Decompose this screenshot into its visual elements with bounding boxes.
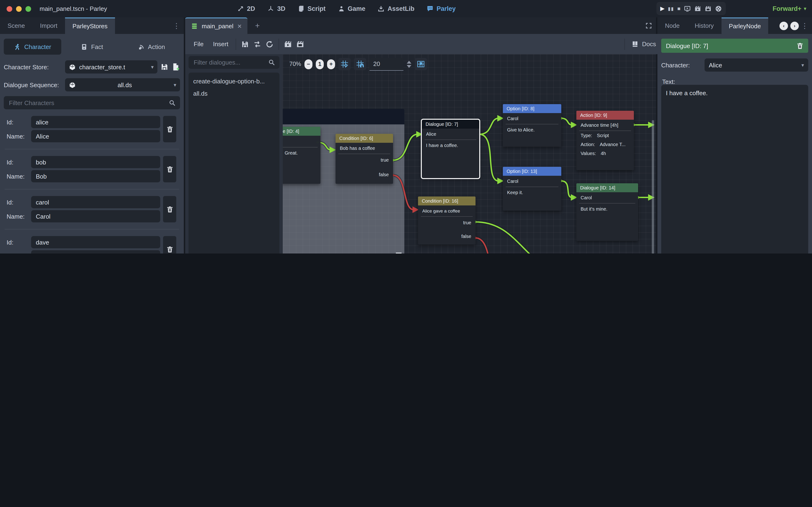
delete-character-button[interactable]	[163, 116, 176, 142]
run-custom-dialogue-icon[interactable]	[294, 38, 307, 50]
close-icon[interactable]: ✕	[237, 23, 242, 30]
store-tab-character[interactable]: Character	[4, 39, 61, 55]
dialogue-graph-canvas[interactable]: Dialogue [ID: 4] Great. Condition [ID: 6…	[283, 54, 656, 253]
character-name-input[interactable]	[35, 132, 156, 140]
node-title[interactable]: Option [ID: 13]	[503, 167, 561, 176]
node-title[interactable]: Dialogue [ID: 14]	[576, 183, 638, 192]
new-tab-button[interactable]: +	[248, 17, 267, 34]
workspace-tab-2d[interactable]: 2D	[237, 5, 255, 12]
character-id-field[interactable]	[31, 196, 160, 208]
character-name-field[interactable]	[31, 130, 160, 142]
graph-node-option-13[interactable]: Option [ID: 13] Carol Keep it.	[503, 167, 561, 211]
renderer-dropdown[interactable]: Forward+▾	[773, 0, 806, 17]
remote-debug-icon[interactable]	[684, 5, 691, 12]
character-name-field[interactable]	[31, 170, 160, 182]
node-title[interactable]: Dialogue [ID: 4]	[283, 127, 320, 136]
minimap-toggle-button[interactable]	[415, 58, 427, 70]
graph-node-dialogue-4[interactable]: Dialogue [ID: 4] Great.	[283, 127, 320, 184]
dialogue-list-item[interactable]: all.ds	[188, 87, 279, 99]
snap-step-field[interactable]: 20	[370, 58, 403, 70]
character-name-input[interactable]	[35, 172, 156, 180]
save-icon[interactable]	[239, 38, 252, 50]
macos-minimize-button[interactable]	[16, 6, 22, 11]
workspace-tab-parley[interactable]: Parley	[427, 5, 456, 12]
character-id-field[interactable]	[31, 236, 160, 248]
graph-node-dialogue-14[interactable]: Dialogue [ID: 14] Carol But it's mine.	[576, 183, 638, 241]
store-tab-fact[interactable]: Fact	[63, 39, 121, 55]
tab-import[interactable]: Import	[33, 17, 65, 34]
macos-zoom-button[interactable]	[25, 6, 31, 11]
node-title[interactable]: Condition [ID: 6]	[335, 134, 393, 143]
dock-menu-icon[interactable]: ⋮	[801, 21, 808, 30]
node-output-false[interactable]: false	[418, 231, 476, 242]
reset-icon[interactable]	[264, 38, 276, 50]
node-title[interactable]: Action [ID: 9]	[576, 111, 634, 120]
dialogue-sequence-dropdown[interactable]: all.ds ▾	[65, 78, 180, 92]
zoom-in-button[interactable]: +	[327, 59, 335, 69]
insert-menu[interactable]: Insert	[208, 38, 233, 50]
play-custom-scene-button[interactable]	[705, 5, 712, 12]
character-id-input[interactable]	[35, 238, 156, 246]
workspace-tab-script[interactable]: Script	[297, 5, 326, 12]
character-name-input[interactable]	[35, 212, 156, 220]
zoom-out-button[interactable]: −	[305, 59, 313, 69]
zoom-reset-button[interactable]: 1	[316, 59, 324, 69]
node-output-true[interactable]: true	[335, 155, 393, 165]
workspace-tab-3d[interactable]: 3D	[267, 5, 285, 12]
character-id-field[interactable]	[31, 156, 160, 168]
character-dropdown[interactable]: Alice ▾	[705, 58, 808, 72]
store-tab-action[interactable]: Action	[122, 39, 180, 55]
tab-parleynode[interactable]: ParleyNode	[721, 17, 768, 34]
test-dialogue-icon[interactable]	[252, 38, 264, 50]
character-name-field[interactable]	[31, 250, 160, 253]
movie-maker-button[interactable]	[715, 5, 722, 12]
delete-node-button[interactable]	[797, 42, 804, 49]
file-menu[interactable]: File	[189, 38, 208, 50]
text-editor[interactable]: I have a coffee.	[661, 85, 808, 253]
graph-node-option-8[interactable]: Option [ID: 8] Carol Give to Alice.	[503, 104, 561, 147]
docs-button[interactable]: Docs	[628, 41, 660, 48]
graph-node-condition-16[interactable]: Condition [ID: 16] Alice gave a coffee t…	[418, 196, 476, 244]
character-id-field[interactable]	[31, 116, 160, 128]
node-title[interactable]: Dialogue [ID: 7]	[422, 120, 479, 129]
tab-scene[interactable]: Scene	[0, 17, 33, 34]
character-name-field[interactable]	[31, 210, 160, 222]
delete-character-button[interactable]	[163, 236, 176, 253]
play-button[interactable]: ▶	[660, 5, 664, 12]
graph-node-action-9[interactable]: Action [ID: 9] Advance time [4h] Type:Sc…	[576, 111, 634, 170]
macos-close-button[interactable]	[7, 6, 12, 11]
save-store-button[interactable]	[160, 63, 169, 71]
character-id-input[interactable]	[35, 198, 156, 206]
delete-character-button[interactable]	[163, 196, 176, 222]
filter-dialogues-input[interactable]	[193, 58, 265, 66]
filter-characters-input[interactable]	[8, 99, 166, 107]
scene-tab-main-panel[interactable]: main_panel ✕	[185, 17, 248, 34]
node-output-true[interactable]: true	[418, 217, 476, 228]
stop-button[interactable]: ■	[678, 6, 681, 11]
character-store-dropdown[interactable]: character_store.t ▾	[65, 60, 157, 73]
run-dialogue-icon[interactable]	[282, 38, 294, 50]
graph-node-condition-6[interactable]: Condition [ID: 6] Bob has a coffee true …	[335, 134, 393, 184]
graph-vscrollbar[interactable]	[652, 120, 654, 253]
delete-character-button[interactable]	[163, 156, 176, 182]
play-scene-button[interactable]	[694, 5, 701, 12]
tab-parleystores[interactable]: ParleyStores	[65, 17, 115, 34]
tab-node[interactable]: Node	[657, 17, 687, 34]
node-title[interactable]: Condition [ID: 16]	[418, 196, 476, 206]
workspace-tab-game[interactable]: Game	[338, 5, 366, 12]
tabs-next-icon[interactable]: ›	[790, 21, 799, 30]
character-id-input[interactable]	[35, 118, 156, 126]
workspace-tab-assetlib[interactable]: AssetLib	[378, 5, 415, 12]
dock-menu-icon[interactable]: ⋮	[173, 21, 180, 30]
character-id-input[interactable]	[35, 158, 156, 166]
node-output-false[interactable]: false	[335, 169, 393, 180]
graph-node-dialogue-7-selected[interactable]: Dialogue [ID: 7] Alice I have a coffee.	[422, 120, 479, 178]
tab-history[interactable]: History	[687, 17, 721, 34]
dialogue-list-item[interactable]: create-dialogue-option-b...	[188, 75, 279, 87]
snap-step-spinner[interactable]	[407, 61, 412, 68]
pause-button[interactable]: ▮▮	[668, 6, 674, 11]
node-title[interactable]: Option [ID: 8]	[503, 104, 561, 113]
grid-toggle-button[interactable]	[338, 58, 350, 70]
new-store-button[interactable]	[171, 63, 180, 71]
character-name-input[interactable]	[35, 252, 156, 253]
